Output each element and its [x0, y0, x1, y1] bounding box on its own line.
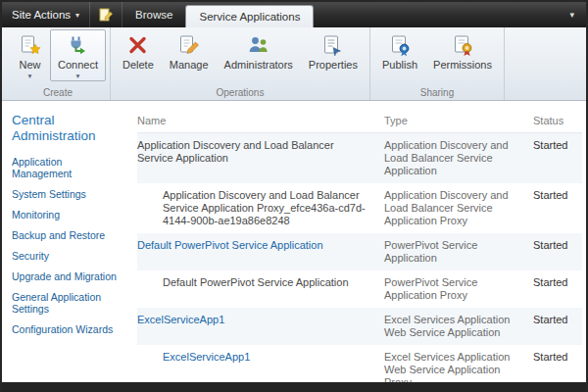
ribbon-group-operations-label: Operations [115, 87, 366, 100]
properties-button-label: Properties [309, 59, 358, 71]
permissions-button-label: Permissions [433, 59, 492, 71]
service-type: Application Discovery and Load Balancer … [384, 189, 533, 227]
chevron-down-icon: ▾ [569, 10, 574, 20]
service-type: Application Discovery and Load Balancer … [384, 139, 533, 177]
service-name: Application Discovery and Load Balancer … [137, 189, 384, 227]
column-header-type[interactable]: Type [384, 115, 533, 126]
new-button[interactable]: New ▼ [10, 29, 50, 81]
page-edit-icon [98, 7, 114, 23]
sidebar-item-general-application-settings[interactable]: General Application Settings [12, 291, 122, 315]
ribbon-group-operations: Delete Manage [111, 27, 370, 100]
service-type: PowerPivot Service Application [384, 239, 533, 265]
sidebar-item-configuration-wizards[interactable]: Configuration Wizards [12, 323, 122, 335]
tab-service-applications-label: Service Applications [199, 11, 300, 23]
publish-button[interactable]: Publish [374, 29, 425, 73]
publish-icon [388, 33, 413, 57]
service-name: Application Discovery and Load Balancer … [137, 139, 384, 177]
connect-button-label: Connect [58, 59, 98, 71]
permissions-icon [451, 33, 475, 57]
ribbon-group-sharing-label: Sharing [374, 87, 500, 100]
connect-button[interactable]: Connect ▼ [50, 29, 106, 81]
site-actions-menu[interactable]: Site Actions ▾ [2, 2, 90, 27]
delete-button[interactable]: Delete [115, 29, 162, 73]
delete-icon [125, 33, 150, 57]
topbar-spacer [314, 2, 558, 27]
status-badge: Started [533, 139, 582, 177]
sidebar-item-security[interactable]: Security [12, 250, 122, 262]
service-type: PowerPivot Service Application Proxy [384, 276, 533, 302]
ribbon-group-create: New ▼ Connect ▼ Create [6, 27, 111, 100]
table-row[interactable]: Application Discovery and Load Balancer … [137, 183, 582, 233]
service-type: Excel Services Application Web Service A… [384, 351, 533, 382]
manage-button-label: Manage [170, 59, 209, 71]
content-area: Central Administration Application Manag… [2, 101, 586, 382]
administrators-icon [246, 33, 270, 57]
table-row[interactable]: ExcelServiceApp1 Excel Services Applicat… [137, 345, 582, 382]
properties-icon [320, 33, 345, 57]
table-row[interactable]: Application Discovery and Load Balancer … [137, 133, 582, 183]
manage-icon [176, 33, 201, 57]
status-badge: Started [533, 314, 582, 339]
status-badge: Started [533, 351, 582, 382]
column-header-name[interactable]: Name [137, 115, 384, 126]
status-badge: Started [533, 239, 582, 265]
sidebar-item-backup-and-restore[interactable]: Backup and Restore [12, 229, 122, 241]
service-name-link[interactable]: ExcelServiceApp1 [137, 351, 384, 382]
sidebar-title-central-administration[interactable]: Central Administration [12, 113, 122, 144]
column-header-status[interactable]: Status [533, 115, 582, 126]
service-type: Excel Services Application Web Service A… [384, 314, 533, 339]
table-row[interactable]: Default PowerPivot Service Application P… [137, 233, 582, 270]
tab-browse-label: Browse [135, 9, 172, 21]
tab-service-applications[interactable]: Service Applications [185, 5, 314, 27]
publish-button-label: Publish [382, 59, 417, 71]
ribbon-group-sharing: Publish Permissions Sharing [370, 27, 505, 100]
chevron-down-icon: ▾ [75, 11, 79, 20]
chevron-down-icon: ▼ [74, 73, 80, 79]
service-name-link[interactable]: ExcelServiceApp1 [137, 314, 384, 339]
delete-button-label: Delete [122, 59, 154, 71]
top-bar: Site Actions ▾ Browse Service Applicatio… [2, 2, 586, 27]
service-applications-list: Name Type Status Application Discovery a… [127, 101, 586, 382]
table-row[interactable]: Default PowerPivot Service Application P… [137, 270, 582, 308]
window-bottom-frame [2, 382, 586, 392]
topbar-collapse-button[interactable]: ▾ [558, 2, 586, 27]
sidebar-item-upgrade-and-migration[interactable]: Upgrade and Migration [12, 270, 122, 282]
new-button-label: New [19, 59, 40, 71]
administrators-button-label: Administrators [224, 59, 293, 71]
edit-page-button[interactable] [90, 2, 122, 27]
status-badge: Started [533, 189, 582, 227]
connect-icon [66, 33, 90, 57]
ribbon-group-create-label: Create [10, 87, 106, 100]
status-badge: Started [533, 276, 582, 302]
permissions-button[interactable]: Permissions [425, 29, 500, 73]
sidebar-item-monitoring[interactable]: Monitoring [12, 209, 122, 220]
new-icon [18, 33, 42, 57]
table-header-row: Name Type Status [137, 111, 582, 133]
table-row[interactable]: ExcelServiceApp1 Excel Services Applicat… [137, 308, 582, 345]
sidebar-item-application-management[interactable]: Application Management [12, 156, 122, 179]
properties-button[interactable]: Properties [301, 29, 366, 73]
sharepoint-window: Site Actions ▾ Browse Service Applicatio… [0, 0, 588, 392]
service-name: Default PowerPivot Service Application [137, 276, 384, 302]
tab-browse[interactable]: Browse [122, 2, 185, 27]
left-navigation: Central Administration Application Manag… [2, 101, 127, 382]
administrators-button[interactable]: Administrators [217, 29, 301, 73]
chevron-down-icon: ▼ [26, 73, 32, 79]
sidebar-item-system-settings[interactable]: System Settings [12, 188, 122, 200]
site-actions-label: Site Actions [12, 9, 71, 21]
ribbon: New ▼ Connect ▼ Create [2, 27, 586, 101]
service-name-link[interactable]: Default PowerPivot Service Application [137, 239, 384, 265]
manage-button[interactable]: Manage [162, 29, 217, 73]
